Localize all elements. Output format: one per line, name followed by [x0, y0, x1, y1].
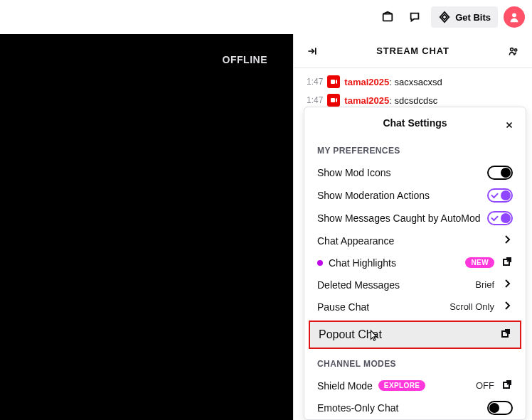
whispers-button[interactable] — [404, 6, 425, 28]
chevron-right-icon — [501, 300, 513, 313]
toggle-emotes-only[interactable] — [487, 401, 513, 415]
video-player[interactable]: OFFLINE — [0, 34, 293, 420]
chat-column: STREAM CHAT 1:47 tamal2025: sacxsacxsd 1… — [293, 34, 532, 420]
get-bits-button[interactable]: Get Bits — [431, 6, 498, 28]
person-icon — [508, 11, 521, 23]
broadcaster-badge-icon — [327, 75, 340, 88]
external-link-icon — [501, 256, 513, 269]
people-icon — [508, 44, 519, 58]
row-label: Shield Mode — [317, 380, 373, 392]
row-automod: Show Messages Caught by AutoMod — [304, 207, 526, 230]
row-label: Emotes-Only Chat — [317, 402, 398, 414]
row-label: Show Mod Icons — [317, 167, 391, 178]
new-badge: NEW — [465, 257, 494, 268]
row-label: Pause Chat — [317, 301, 369, 313]
message-text: sdcsdcdsc — [394, 95, 437, 106]
row-chat-appearance[interactable]: Chat Appearance — [304, 230, 526, 252]
chat-messages: 1:47 tamal2025: sacxsacxsd 1:47 tamal202… — [294, 68, 532, 109]
row-label: Chat Appearance — [317, 235, 394, 247]
row-label: Deleted Messages — [317, 279, 400, 291]
svg-point-3 — [515, 48, 517, 50]
row-shield-mode[interactable]: Shield Mode EXPLORE OFF — [304, 375, 526, 397]
external-link-icon — [501, 379, 513, 392]
close-settings-button[interactable] — [500, 116, 518, 134]
prime-loot-button[interactable] — [377, 6, 398, 28]
chat-title: STREAM CHAT — [322, 45, 504, 56]
community-button[interactable] — [504, 41, 523, 61]
chat-settings-panel: Chat Settings MY PREFERENCES Show Mod Ic… — [304, 107, 526, 420]
svg-point-2 — [511, 48, 514, 50]
chevron-right-icon — [501, 234, 513, 247]
message-text: sacxsacxsd — [394, 77, 442, 87]
row-emotes-only: Emotes-Only Chat — [304, 397, 526, 419]
crown-icon — [381, 10, 394, 24]
collapse-chat-button[interactable] — [302, 41, 322, 61]
bits-icon — [438, 11, 451, 23]
row-value: OFF — [476, 380, 494, 391]
highlight-dot-icon — [317, 260, 323, 266]
chat-header: STREAM CHAT — [294, 34, 532, 68]
row-value: Brief — [475, 279, 494, 290]
chevron-right-icon — [501, 278, 513, 291]
row-label: Chat Highlights — [329, 257, 396, 269]
main-area: OFFLINE STREAM CHAT 1:47 tamal2025: sacx… — [0, 34, 532, 420]
row-label: Popout Chat — [319, 328, 382, 341]
section-channel-modes: CHANNEL MODES — [304, 349, 526, 375]
message-time: 1:47 — [307, 95, 323, 105]
stream-status: OFFLINE — [223, 54, 267, 65]
row-label: Show Moderation Actions — [317, 190, 430, 201]
broadcaster-badge-icon — [327, 94, 340, 107]
row-chat-highlights[interactable]: Chat Highlights NEW — [304, 252, 526, 274]
row-show-mod-actions: Show Moderation Actions — [304, 184, 526, 207]
row-pause-chat[interactable]: Pause Chat Scroll Only — [304, 296, 526, 318]
close-icon — [504, 119, 514, 131]
chat-bubble-icon — [408, 10, 421, 24]
row-show-mod-icons: Show Mod Icons — [304, 161, 526, 184]
external-link-icon — [500, 328, 511, 342]
toggle-automod[interactable] — [487, 211, 513, 225]
toggle-mod-icons[interactable] — [487, 166, 513, 180]
chat-message: 1:47 tamal2025: sacxsacxsd — [307, 72, 525, 91]
top-bar: Get Bits — [0, 0, 532, 34]
row-deleted-messages[interactable]: Deleted Messages Brief — [304, 274, 526, 296]
row-popout-chat[interactable]: Popout Chat — [309, 321, 521, 349]
row-label: Show Messages Caught by AutoMod — [317, 212, 481, 224]
settings-title: Chat Settings — [383, 117, 447, 129]
svg-rect-0 — [383, 14, 393, 21]
message-time: 1:47 — [307, 77, 323, 87]
svg-rect-5 — [331, 98, 335, 102]
toggle-mod-actions[interactable] — [487, 188, 513, 203]
svg-rect-4 — [331, 80, 335, 84]
settings-header: Chat Settings — [304, 117, 526, 136]
explore-badge: EXPLORE — [378, 380, 426, 391]
row-value: Scroll Only — [449, 301, 494, 312]
svg-point-1 — [512, 13, 516, 17]
collapse-icon — [307, 44, 318, 58]
user-avatar[interactable] — [504, 6, 525, 28]
message-username[interactable]: tamal2025 — [344, 77, 389, 87]
message-username[interactable]: tamal2025 — [344, 95, 389, 106]
section-my-preferences: MY PREFERENCES — [304, 136, 526, 161]
get-bits-label: Get Bits — [455, 12, 491, 23]
